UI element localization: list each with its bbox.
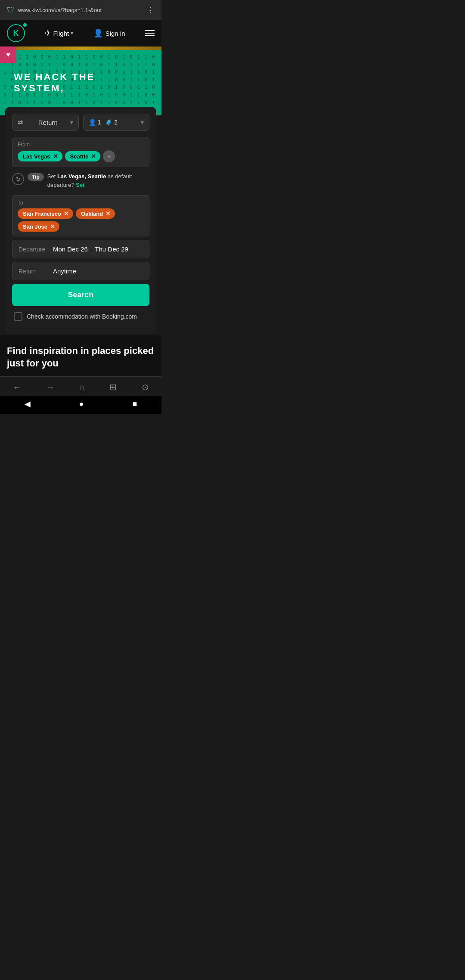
return-date-selector[interactable]: Return Anytime	[12, 262, 149, 280]
inspiration-title: Find inspiration in places picked just f…	[7, 345, 155, 369]
system-back-button[interactable]: ◀	[25, 399, 31, 409]
passenger-count-group: 👤 1	[89, 119, 101, 126]
passengers-chevron-icon: ▾	[141, 119, 144, 126]
remove-san-jose-icon[interactable]: ✕	[50, 223, 55, 230]
return-label: Return	[19, 268, 49, 275]
system-home-button[interactable]: ●	[79, 400, 84, 409]
remove-seattle-icon[interactable]: ✕	[91, 153, 96, 160]
hero-banner: ♥ 0 1 1 1 0 0 0 1 1 0 1 1 0 0 1 0 1 0 1 …	[0, 47, 161, 115]
trip-type-selector[interactable]: ⇄ Return ▾	[12, 114, 79, 131]
browser-tabs-button[interactable]: ⊞	[109, 382, 117, 392]
browser-account-button[interactable]: ⊙	[142, 382, 149, 392]
from-city-seattle[interactable]: Seattle ✕	[65, 151, 101, 161]
system-navigation: ◀ ● ■	[0, 396, 161, 414]
set-default-link[interactable]: Set	[76, 182, 84, 188]
booking-checkbox-row: Check accommodation with Booking.com	[12, 312, 149, 328]
url-bar[interactable]: www.kiwi.com/us/?bags=1.1-&out	[18, 7, 143, 13]
browser-back-button[interactable]: ←	[12, 382, 21, 392]
hamburger-menu-button[interactable]	[145, 30, 155, 36]
to-city-oakland[interactable]: Oakland ✕	[76, 208, 115, 219]
airplane-icon: ✈	[45, 28, 51, 38]
hero-headline: WE HACK THE SYSTEM,	[7, 59, 155, 102]
search-card: ⇄ Return ▾ 👤 1 🧳 2 ▾ From Las Vegas	[5, 107, 156, 335]
gold-strip	[0, 47, 161, 50]
trip-chevron-icon: ▾	[70, 119, 73, 126]
departure-label: Departure	[19, 246, 49, 253]
to-label: To	[18, 200, 144, 206]
sign-in-button[interactable]: 👤 Sign in	[93, 28, 125, 38]
from-label: From	[18, 142, 144, 148]
booking-checkbox[interactable]	[14, 312, 22, 321]
departure-value: Mon Dec 26 – Thu Dec 29	[53, 245, 128, 253]
browser-forward-button[interactable]: →	[46, 382, 55, 392]
browser-home-button[interactable]: ⌂	[79, 382, 84, 392]
to-tags: San Francisco ✕ Oakland ✕ San Jose ✕	[18, 208, 144, 232]
remove-las-vegas-icon[interactable]: ✕	[53, 153, 58, 160]
system-recent-button[interactable]: ■	[133, 400, 137, 409]
person-icon: 👤	[89, 119, 96, 126]
binary-background: 0 1 1 1 0 0 0 1 1 0 1 1 0 0 1 0 1 0 1 1 …	[0, 50, 161, 115]
remove-oakland-icon[interactable]: ✕	[105, 210, 111, 217]
user-icon: 👤	[93, 28, 103, 38]
heart-icon: ♥	[6, 51, 10, 59]
kiwi-logo[interactable]: K	[7, 24, 25, 42]
to-field[interactable]: To San Francisco ✕ Oakland ✕ San Jose ✕	[12, 195, 149, 236]
tip-badge: Tip	[28, 173, 44, 181]
return-value: Anytime	[53, 267, 76, 275]
from-tags: Las Vegas ✕ Seattle ✕ +	[18, 150, 144, 162]
tip-row: ↻ Tip Set Las Vegas, Seattle as default …	[12, 171, 149, 191]
to-city-san-francisco[interactable]: San Francisco ✕	[18, 208, 73, 219]
heart-badge: ♥	[0, 47, 16, 63]
tip-message: Set Las Vegas, Seattle as default depart…	[47, 172, 149, 189]
bag-count-group: 🧳 2	[105, 119, 118, 126]
browser-menu-icon[interactable]: ⋮	[147, 5, 155, 15]
passengers-selector[interactable]: 👤 1 🧳 2 ▾	[83, 114, 150, 131]
add-from-city-button[interactable]: +	[103, 150, 115, 162]
top-navigation: K ✈ Flight ▾ 👤 Sign in	[0, 20, 161, 47]
inspiration-section: Find inspiration in places picked just f…	[0, 335, 161, 376]
refresh-icon[interactable]: ↻	[12, 173, 24, 185]
to-city-san-jose[interactable]: San Jose ✕	[18, 221, 59, 232]
browser-bar: 🛡 www.kiwi.com/us/?bags=1.1-&out ⋮	[0, 0, 161, 20]
arrows-icon: ⇄	[18, 118, 23, 126]
mode-chevron-icon: ▾	[71, 30, 73, 36]
from-city-las-vegas[interactable]: Las Vegas ✕	[18, 151, 62, 161]
bag-icon: 🧳	[105, 119, 112, 126]
departure-date-selector[interactable]: Departure Mon Dec 26 – Thu Dec 29	[12, 240, 149, 258]
trip-options-row: ⇄ Return ▾ 👤 1 🧳 2 ▾	[12, 114, 149, 131]
bottom-navigation: ← → ⌂ ⊞ ⊙	[0, 376, 161, 396]
booking-label: Check accommodation with Booking.com	[27, 313, 137, 320]
search-button[interactable]: Search	[12, 284, 149, 306]
flight-mode-selector[interactable]: ✈ Flight ▾	[45, 28, 73, 38]
remove-san-francisco-icon[interactable]: ✕	[64, 210, 69, 217]
security-shield-icon: 🛡	[7, 6, 15, 15]
from-field[interactable]: From Las Vegas ✕ Seattle ✕ +	[12, 137, 149, 167]
